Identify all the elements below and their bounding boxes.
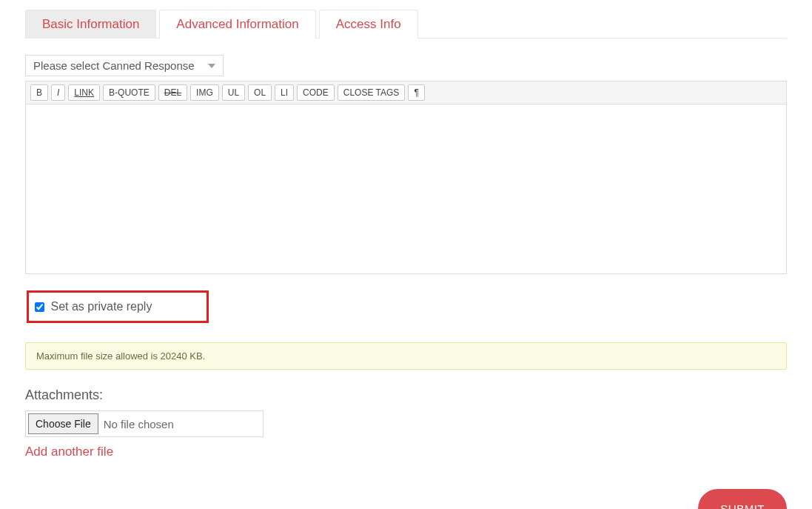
private-reply-label[interactable]: Set as private reply bbox=[35, 300, 152, 313]
code-button[interactable]: CODE bbox=[297, 84, 335, 101]
submit-row: SUBMIT bbox=[25, 489, 787, 509]
chevron-down-icon bbox=[208, 64, 215, 68]
ol-button[interactable]: OL bbox=[248, 84, 272, 101]
italic-button[interactable]: I bbox=[51, 84, 65, 101]
del-button[interactable]: DEL bbox=[158, 84, 187, 101]
blockquote-button[interactable]: B-QUOTE bbox=[103, 84, 155, 101]
tab-access-info[interactable]: Access Info bbox=[319, 10, 418, 39]
pilcrow-button[interactable]: ¶ bbox=[408, 84, 424, 101]
attachments-heading: Attachments: bbox=[25, 387, 787, 403]
tab-basic-information[interactable]: Basic Information bbox=[25, 10, 156, 39]
canned-response-placeholder: Please select Canned Response bbox=[33, 59, 195, 72]
private-reply-text: Set as private reply bbox=[50, 300, 152, 313]
file-status-text: No file chosen bbox=[101, 418, 174, 430]
ul-button[interactable]: UL bbox=[222, 84, 245, 101]
tab-advanced-information[interactable]: Advanced Information bbox=[159, 10, 315, 39]
reply-textarea[interactable] bbox=[25, 104, 787, 274]
img-button[interactable]: IMG bbox=[190, 84, 219, 101]
close-tags-button[interactable]: CLOSE TAGS bbox=[338, 84, 406, 101]
file-input-row: Choose File No file chosen bbox=[25, 410, 264, 437]
tabs-bar: Basic Information Advanced Information A… bbox=[25, 9, 787, 39]
canned-response-select[interactable]: Please select Canned Response bbox=[25, 55, 224, 76]
choose-file-button[interactable]: Choose File bbox=[28, 413, 98, 434]
private-reply-checkbox[interactable] bbox=[35, 302, 44, 312]
editor-toolbar: B I LINK B-QUOTE DEL IMG UL OL LI CODE C… bbox=[25, 81, 787, 104]
editor-section: Please select Canned Response B I LINK B… bbox=[25, 55, 787, 277]
add-another-file-link[interactable]: Add another file bbox=[25, 445, 113, 459]
link-button[interactable]: LINK bbox=[68, 84, 100, 101]
private-reply-row: Set as private reply bbox=[25, 283, 787, 330]
submit-button[interactable]: SUBMIT bbox=[698, 489, 787, 509]
li-button[interactable]: LI bbox=[275, 84, 294, 101]
bold-button[interactable]: B bbox=[30, 84, 48, 101]
filesize-alert: Maximum file size allowed is 20240 KB. bbox=[25, 342, 787, 370]
private-reply-highlight: Set as private reply bbox=[27, 290, 209, 323]
